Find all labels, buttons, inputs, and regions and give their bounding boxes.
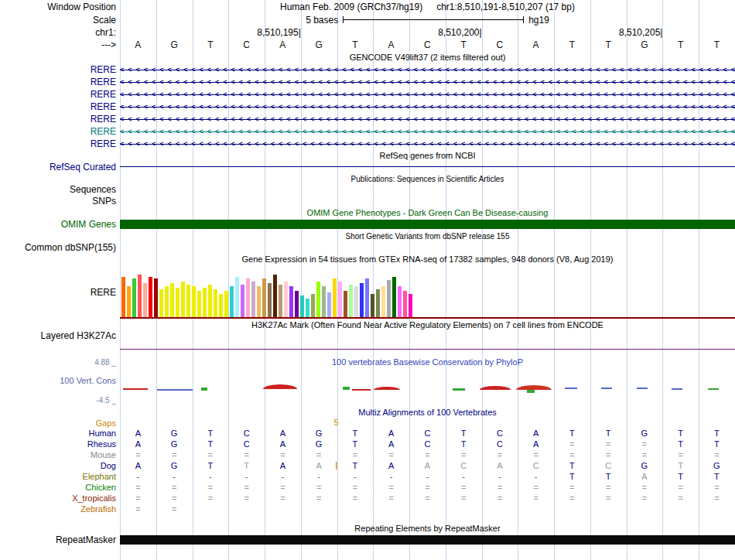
gtex-tissue-bar[interactable] (127, 286, 131, 317)
gtex-tissue-bar[interactable] (371, 294, 374, 317)
species-label-rhesus[interactable]: Rhesus (0, 439, 120, 449)
multiz-alignment-row[interactable]: ================= (120, 449, 735, 460)
gtex-tissue-bar[interactable] (376, 289, 380, 317)
gtex-tissue-bar[interactable] (398, 286, 402, 317)
species-label-elephant[interactable]: Elephant (0, 471, 120, 482)
dna-sequence-track[interactable]: AGTCAGTACTCATTGTT (120, 39, 735, 51)
multiz-alignment-row[interactable]: AGTTAATAACACTCGTG| (120, 460, 735, 471)
gtex-tissue-bar[interactable] (224, 291, 228, 317)
sequences-track-label[interactable]: Sequences (0, 184, 120, 195)
omim-track[interactable] (120, 218, 735, 230)
gencode-transcript[interactable]: <<<<<<<<<<<<<<<<<<<<<<<<<<<<<<<<<<<<<<<<… (120, 138, 735, 150)
h3k27ac-signal[interactable] (120, 341, 735, 357)
gtex-tissue-bar[interactable] (300, 295, 304, 317)
dbsnp-track[interactable] (120, 241, 735, 253)
gtex-tissue-bar[interactable] (143, 283, 147, 317)
species-label-mouse[interactable]: Mouse (0, 449, 120, 460)
gtex-tissue-bar[interactable] (284, 282, 288, 317)
multiz-alignment-row[interactable]: ------------TTATT (120, 471, 735, 482)
gtex-tissue-bar[interactable] (241, 285, 244, 317)
gtex-tissue-bar[interactable] (165, 286, 169, 317)
species-label-zebrafish[interactable]: Zebrafish (0, 504, 120, 514)
gtex-tissue-bar[interactable] (381, 286, 385, 317)
gtex-tissue-bar[interactable] (219, 294, 223, 317)
gencode-gene-label-4[interactable]: RERE (0, 101, 120, 113)
phylop-track[interactable] (120, 367, 735, 394)
refseq-gene-line[interactable] (120, 166, 735, 167)
gtex-tissue-bar[interactable] (149, 277, 152, 317)
omim-track-label[interactable]: OMIM Genes (0, 218, 120, 230)
gtex-tissue-bar[interactable] (246, 278, 250, 317)
gtex-tissue-bar[interactable] (409, 294, 412, 317)
gtex-tissue-bar[interactable] (273, 275, 277, 317)
gtex-tissue-bar[interactable] (186, 285, 190, 317)
multiz-alignment-row[interactable]: AGTCAGTACTCATTGTT (120, 428, 735, 439)
gencode-transcript[interactable]: <<<<<<<<<<<<<<<<<<<<<<<<<<<<<<<<<<<<<<<<… (120, 125, 735, 138)
gencode-gene-label-2[interactable]: RERE (0, 76, 120, 88)
gtex-tissue-bar[interactable] (365, 278, 369, 317)
species-label-x_tropicalis[interactable]: X_tropicalis (0, 493, 120, 504)
gtex-tissue-bar[interactable] (192, 286, 196, 317)
gtex-tissue-bar[interactable] (251, 282, 255, 317)
multiz-alignment-row[interactable]: ================= (120, 482, 735, 493)
gtex-tissue-bar[interactable] (138, 275, 142, 317)
gtex-tissue-bar[interactable] (295, 291, 299, 317)
gtex-tissue-bar[interactable] (311, 294, 315, 317)
phylop-track-label[interactable]: 100 Vert. Cons (0, 367, 120, 394)
gtex-tissue-bar[interactable] (176, 288, 179, 317)
gencode-gene-label-6[interactable]: RERE (0, 125, 120, 138)
gtex-tissue-bar[interactable] (235, 277, 239, 317)
gtex-tissue-bar[interactable] (392, 277, 396, 317)
gencode-gene-label-3[interactable]: RERE (0, 88, 120, 101)
gtex-tissue-bar[interactable] (289, 286, 293, 317)
gencode-transcript[interactable]: <<<<<<<<<<<<<<<<<<<<<<<<<<<<<<<<<<<<<<<<… (120, 76, 735, 88)
gtex-track[interactable] (120, 265, 735, 319)
dbsnp-track-label[interactable]: Common dbSNP(155) (0, 241, 120, 253)
gencode-transcript[interactable]: <<<<<<<<<<<<<<<<<<<<<<<<<<<<<<<<<<<<<<<<… (120, 113, 735, 125)
refseq-track[interactable] (120, 161, 735, 173)
gtex-tissue-bar[interactable] (208, 285, 212, 317)
gtex-tissue-bar[interactable] (349, 285, 353, 317)
repeatmasker-track[interactable] (120, 534, 735, 546)
h3k27ac-track-label[interactable]: Layered H3K27Ac (0, 330, 120, 341)
gtex-track-label[interactable]: RERE (0, 265, 120, 319)
multiz-alignment-row[interactable]: ================= (120, 493, 735, 504)
gtex-tissue-bar[interactable] (159, 289, 163, 317)
refseq-track-label[interactable]: RefSeq Curated (0, 161, 120, 173)
gencode-transcript[interactable]: <<<<<<<<<<<<<<<<<<<<<<<<<<<<<<<<<<<<<<<<… (120, 63, 735, 76)
gtex-tissue-bar[interactable] (360, 283, 364, 317)
gtex-tissue-bar[interactable] (344, 291, 347, 317)
gtex-tissue-bar[interactable] (268, 283, 272, 317)
snps-track[interactable] (120, 195, 735, 207)
snps-track-label[interactable]: SNPs (0, 195, 120, 207)
gtex-tissue-bar[interactable] (154, 278, 158, 317)
gtex-tissue-bar[interactable] (279, 285, 282, 317)
gtex-tissue-bar[interactable] (403, 291, 407, 317)
gtex-tissue-bar[interactable] (306, 299, 309, 317)
gtex-tissue-bar[interactable] (121, 277, 125, 317)
gtex-tissue-bar[interactable] (203, 288, 207, 317)
h3k27ac-track[interactable] (120, 330, 735, 341)
species-label-human[interactable]: Human (0, 428, 120, 439)
gtex-tissue-bar[interactable] (338, 282, 342, 317)
gtex-tissue-bar[interactable] (316, 282, 320, 317)
gtex-tissue-bar[interactable] (327, 292, 331, 317)
gaps-track-label[interactable]: Gaps (0, 418, 120, 428)
sequences-track[interactable] (120, 184, 735, 195)
multiz-alignment-row[interactable]: AGTCAGTACTCA===TT (120, 439, 735, 449)
gencode-transcript[interactable]: <<<<<<<<<<<<<<<<<<<<<<<<<<<<<<<<<<<<<<<<… (120, 101, 735, 113)
species-label-dog[interactable]: Dog (0, 460, 120, 471)
gencode-gene-label-1[interactable]: RERE (0, 63, 120, 76)
gtex-tissue-bar[interactable] (257, 286, 261, 317)
omim-gene-bar[interactable] (120, 220, 735, 229)
gtex-tissue-bar[interactable] (181, 282, 185, 317)
gtex-tissue-bar[interactable] (170, 283, 174, 317)
gtex-tissue-bar[interactable] (197, 291, 201, 317)
species-label-chicken[interactable]: Chicken (0, 482, 120, 493)
position-ruler[interactable]: 8,510,195|8,510,200|8,510,205| (120, 26, 735, 39)
gencode-gene-label-5[interactable]: RERE (0, 113, 120, 125)
gtex-tissue-bar[interactable] (387, 280, 391, 317)
gtex-tissue-bar[interactable] (132, 278, 136, 317)
gencode-gene-label-7[interactable]: RERE (0, 138, 120, 150)
gencode-transcript[interactable]: <<<<<<<<<<<<<<<<<<<<<<<<<<<<<<<<<<<<<<<<… (120, 88, 735, 101)
